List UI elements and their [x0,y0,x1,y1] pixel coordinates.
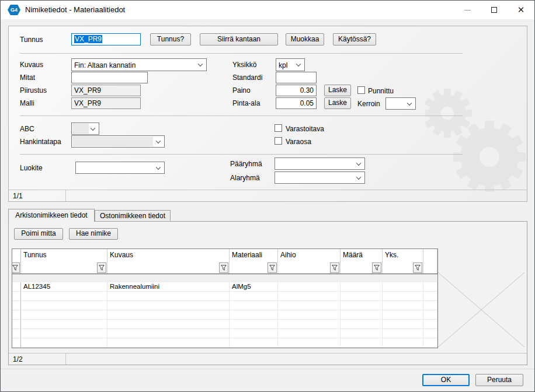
close-button[interactable]: ✕ [508,1,534,19]
table-cell[interactable] [278,320,341,329]
filter-funnel-icon[interactable] [268,262,277,273]
abc-combobox[interactable] [71,123,99,135]
minimize-button[interactable] [454,1,481,19]
table-cell[interactable] [383,282,423,292]
table-cell[interactable] [21,329,107,338]
varastoitava-checkbox[interactable] [275,124,282,132]
filter-funnel-icon[interactable] [330,262,339,273]
hae-nimike-button[interactable]: Hae nimike [69,228,118,240]
table-cell[interactable] [383,329,423,338]
muokkaa-button[interactable]: Muokkaa [286,33,324,46]
row-selector-cell[interactable] [12,338,21,348]
filter-cell-1[interactable] [21,261,107,274]
table-cell[interactable] [21,301,107,310]
yksikko-combobox[interactable]: kpl [276,58,305,71]
table-cell[interactable] [230,310,278,320]
filter-cell-4[interactable] [278,261,341,274]
table-cell[interactable] [278,310,341,320]
kerroin-combobox[interactable] [385,97,416,110]
column-header-5[interactable]: Määrä [341,249,383,261]
table-cell[interactable] [341,310,383,320]
column-header-4[interactable]: Aihio [278,249,341,261]
tunnus-input[interactable]: VX_PR9 [71,33,141,46]
table-cell[interactable] [383,292,423,301]
table-cell[interactable] [21,292,107,301]
varaosa-checkbox[interactable] [275,137,282,145]
standardi-input[interactable] [276,72,317,83]
row-selector-cell[interactable] [12,292,21,301]
column-header-2[interactable]: Kuvaus [107,249,230,261]
laske-paino-button[interactable]: Laske [324,85,351,96]
table-cell[interactable] [107,301,230,310]
table-cell[interactable] [107,292,230,301]
tab-ostonimikkeen-tiedot[interactable]: Ostonimikkeen tiedot [95,210,171,221]
table-cell[interactable] [230,292,278,301]
filter-cell-5[interactable] [341,261,383,274]
hankintatapa-combobox[interactable] [71,135,165,148]
alaryhma-combobox[interactable] [275,172,365,184]
row-selector-cell[interactable] [12,282,21,292]
table-cell[interactable] [341,292,383,301]
table-cell[interactable] [278,329,341,338]
table-cell[interactable] [341,320,383,329]
luokite-combobox[interactable] [75,162,165,174]
row-selector-cell[interactable] [12,310,21,320]
kuvaus-combobox[interactable]: Fin: Altaan kannatin [71,58,207,71]
table-cell[interactable] [341,338,383,348]
cancel-button[interactable]: Peruuta [475,374,523,386]
maximize-button[interactable] [481,1,508,19]
tunnus-query-button[interactable]: Tunnus? [150,33,191,46]
pinta-ala-input[interactable]: 0.05 [276,97,317,109]
filter-funnel-icon[interactable] [219,262,228,273]
paino-input[interactable]: 0.30 [276,85,317,96]
table-cell[interactable] [278,292,341,301]
filter-funnel-icon[interactable] [372,262,381,273]
table-cell[interactable] [383,310,423,320]
table-cell[interactable] [107,329,230,338]
mitat-input[interactable] [71,72,148,83]
table-cell[interactable] [230,338,278,348]
filter-cell-selector[interactable] [12,261,21,274]
filter-cell-filler[interactable] [423,261,437,274]
table-cell[interactable] [107,320,230,329]
row-selector-cell[interactable] [12,320,21,329]
table-cell[interactable]: AL12345 [21,282,107,292]
column-header-1[interactable]: Tunnus [21,249,107,261]
paaryhma-combobox[interactable] [275,158,365,170]
table-cell[interactable] [21,338,107,348]
table-cell[interactable] [230,301,278,310]
table-cell[interactable] [21,310,107,320]
filter-cell-2[interactable] [107,261,230,274]
table-cell[interactable]: Rakennealumiini [107,282,230,292]
table-cell[interactable] [383,338,423,348]
table-cell[interactable] [230,320,278,329]
row-selector-cell[interactable] [12,329,21,338]
laske-pinta-ala-button[interactable]: Laske [324,97,351,109]
filter-cell-6[interactable] [383,261,423,274]
filter-cell-3[interactable] [230,261,278,274]
table-cell[interactable] [230,329,278,338]
table-cell[interactable] [278,338,341,348]
table-cell[interactable] [383,301,423,310]
table-cell[interactable] [341,301,383,310]
ok-button[interactable]: OK [422,374,470,386]
filter-funnel-icon[interactable] [97,262,106,273]
punnittu-checkbox[interactable] [357,86,365,94]
table-cell[interactable] [383,320,423,329]
poimi-mitta-button[interactable]: Poimi mitta [14,228,63,240]
filter-funnel-icon[interactable] [413,262,422,273]
column-header-3[interactable]: Materiaali [230,249,278,261]
table-cell[interactable] [21,320,107,329]
table-cell[interactable]: AlMg5 [230,282,278,292]
table-cell[interactable] [107,310,230,320]
filter-funnel-icon[interactable] [12,262,20,273]
table-cell[interactable] [341,282,383,292]
table-cell[interactable] [278,301,341,310]
tab-arkistonimikkeen-tiedot[interactable]: Arkistonimikkeen tiedot [8,209,95,222]
table-cell[interactable] [341,329,383,338]
table-cell[interactable] [278,282,341,292]
siirra-kantaan-button[interactable]: Siirrä kantaan [200,33,278,46]
table-cell[interactable] [107,338,230,348]
column-header-6[interactable]: Yks. [383,249,423,261]
kaytossa-button[interactable]: Käytössä? [333,33,376,46]
